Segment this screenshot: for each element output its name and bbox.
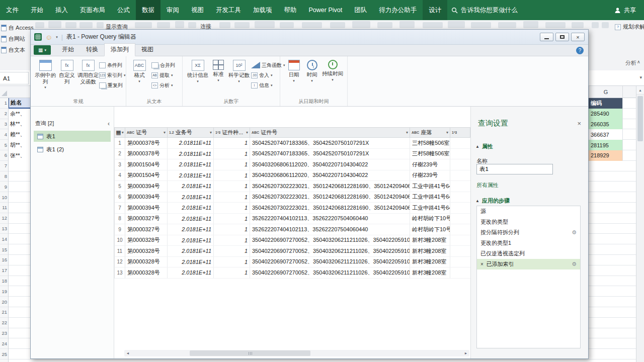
invoke-custom-function-button[interactable]: fx 调用自定义函数	[77, 60, 99, 84]
cell[interactable]: 1	[214, 267, 250, 279]
cell[interactable]: 350402206907270052、350403206211211026、35…	[250, 257, 410, 268]
menu-tab-insert[interactable]: 插入	[49, 0, 74, 20]
row-number[interactable]: 15	[0, 244, 8, 255]
from-text-button[interactable]: 自文本	[1, 45, 25, 55]
extract-button[interactable]: AB提取▾	[151, 71, 182, 79]
pq-tab-home[interactable]: 开始	[56, 44, 80, 56]
menu-tab-file[interactable]: 文件	[0, 0, 25, 20]
query-item-table1-2[interactable]: 表1 (2)	[34, 144, 111, 155]
cell[interactable]	[450, 170, 470, 182]
cell[interactable]: 仔榭239号	[410, 170, 450, 182]
menu-tab-deli-assistant[interactable]: 得力办公助手	[373, 0, 423, 20]
step-unpivoted-columns[interactable]: 已仅逆透视选定列	[477, 248, 580, 259]
row-number[interactable]: 16	[0, 255, 8, 265]
table-row[interactable]: 7第0000394号2.0181E+111350426207302223021、…	[114, 203, 470, 214]
index-column-button[interactable]: 123索引列▾	[99, 71, 126, 79]
cell[interactable]: 1	[214, 181, 250, 192]
cell[interactable]: 第0000328号	[125, 246, 168, 257]
row-number[interactable]: 1	[114, 138, 125, 149]
cell[interactable]: 2.01811E+11	[168, 170, 214, 182]
cell[interactable]: 352622207404102113、352622207504060440	[250, 214, 410, 225]
row-number[interactable]: 9	[0, 182, 8, 192]
column-header-business-no[interactable]: 1.2业务号▾	[168, 127, 214, 138]
row-number[interactable]: 2	[114, 149, 125, 160]
rounding-button[interactable]: .00舍入▾	[251, 71, 280, 79]
minimize-button[interactable]	[540, 33, 553, 41]
time-button[interactable]: 时间 ▾	[303, 60, 320, 83]
cell[interactable]: 350425207407183365、35042520750107291X	[250, 149, 410, 160]
cell[interactable]: 工业中路41号64...	[410, 203, 450, 214]
cell[interactable]: 2.01811E+11	[168, 159, 214, 170]
cell[interactable]: 第0000327号	[125, 214, 168, 225]
duplicate-column-button[interactable]: 重复列	[99, 81, 126, 89]
table-row[interactable]: 10第0000328号2.0181E+111350402206907270052…	[114, 235, 470, 246]
row-number[interactable]: 13	[0, 224, 8, 234]
feedback-smiley-icon[interactable]: ☺	[45, 34, 52, 41]
row-number[interactable]: 2	[0, 109, 8, 119]
row-number[interactable]: 5	[114, 181, 125, 192]
cell-g5[interactable]: 281195	[589, 140, 623, 150]
cell[interactable]: 350402206907270052、350403206211211026、35…	[250, 235, 410, 246]
cell[interactable]: 岭村胡岭下10号	[410, 214, 450, 225]
column-header-index[interactable]: 1²3	[450, 127, 470, 138]
column-header-address[interactable]: ABC座落▾	[410, 127, 450, 138]
cell[interactable]: 1	[214, 246, 250, 257]
row-number[interactable]: 12	[114, 257, 125, 268]
row-number[interactable]: 18	[0, 276, 8, 287]
collapse-pane-icon[interactable]: ‹	[108, 120, 110, 127]
cell[interactable]: 新村3幢208室	[410, 257, 450, 268]
cell-g1[interactable]: 编码	[589, 98, 623, 109]
cell[interactable]: 1	[214, 170, 250, 182]
cell[interactable]: 350402206907270052、350403206211211026、35…	[250, 267, 410, 279]
menu-tab-data[interactable]: 数据	[136, 0, 160, 20]
delete-step-icon[interactable]: ×	[480, 261, 484, 267]
column-header-cert-id[interactable]: ABC证件号▾	[250, 127, 410, 138]
filter-dropdown-icon[interactable]: ▾	[446, 130, 448, 135]
row-number[interactable]: 8	[0, 171, 8, 182]
query-item-table1[interactable]: 表1	[34, 131, 111, 142]
menu-tab-formulas[interactable]: 公式	[111, 0, 136, 20]
cell[interactable]: 第0000394号	[125, 181, 168, 192]
information-button[interactable]: i信息▾	[251, 81, 280, 89]
cell[interactable]: 仔榭239号	[410, 159, 450, 170]
step-changed-type[interactable]: 更改的类型	[477, 217, 580, 227]
table-row[interactable]: 5第0000394号2.0181E+111350426207302223021、…	[114, 181, 470, 192]
solver-button[interactable]: ? 规划求解	[615, 23, 644, 31]
pq-tab-view[interactable]: 视图	[135, 44, 159, 56]
cell[interactable]: 2.0181E+11	[168, 246, 214, 257]
share-button[interactable]: 共享	[606, 0, 644, 20]
column-header-cert-no[interactable]: ABC证号▾	[125, 127, 168, 138]
cell[interactable]: 2.0181E+11	[168, 192, 214, 203]
row-number[interactable]: 10	[0, 192, 8, 203]
column-from-examples-button[interactable]: 示例中的列 ▾	[34, 60, 57, 90]
row-number[interactable]: 7	[0, 161, 8, 171]
row-number[interactable]: 11	[0, 203, 8, 213]
cell[interactable]: 第0000328号	[125, 267, 168, 279]
cell[interactable]: 2.01811E+11	[168, 149, 214, 160]
row-number[interactable]: 24	[0, 338, 8, 349]
cell[interactable]: 第0000328号	[125, 257, 168, 268]
table-row[interactable]: 4第0001504号2.01811E+111350403206806112020…	[114, 170, 470, 182]
gear-icon[interactable]: ⚙	[572, 261, 577, 267]
row-number[interactable]: 9	[114, 224, 125, 235]
cell[interactable]: 2.0181E+11	[168, 257, 214, 268]
menu-tab-view[interactable]: 视图	[185, 0, 210, 20]
cell[interactable]: 2.0181E+11	[168, 214, 214, 225]
cell-g2[interactable]: 285490	[589, 109, 623, 119]
gear-icon[interactable]: ⚙	[572, 229, 577, 236]
statistics-button[interactable]: XΣ 统计信息 ▾	[187, 60, 209, 83]
cell[interactable]: 工业中路41号64...	[410, 192, 450, 203]
cell[interactable]: 1	[214, 192, 250, 203]
cell[interactable]: 三村58幢506室	[410, 138, 450, 149]
scroll-left-icon[interactable]: ◄	[124, 350, 131, 356]
row-number[interactable]: 22	[0, 318, 8, 328]
cell-a2[interactable]: 余**、	[9, 109, 30, 119]
cell[interactable]: 350402206907270052、350403206211211026、35…	[250, 246, 410, 257]
row-number[interactable]: 25	[0, 349, 8, 359]
row-number[interactable]: 4	[114, 170, 125, 182]
menu-tab-addins[interactable]: 加载项	[247, 0, 278, 20]
row-number[interactable]: 6	[0, 150, 8, 161]
excel-vertical-scrollbar[interactable]: ▲	[636, 86, 644, 362]
menu-tab-page-layout[interactable]: 页面布局	[74, 0, 111, 20]
cell-g4[interactable]: 366637	[589, 129, 623, 140]
